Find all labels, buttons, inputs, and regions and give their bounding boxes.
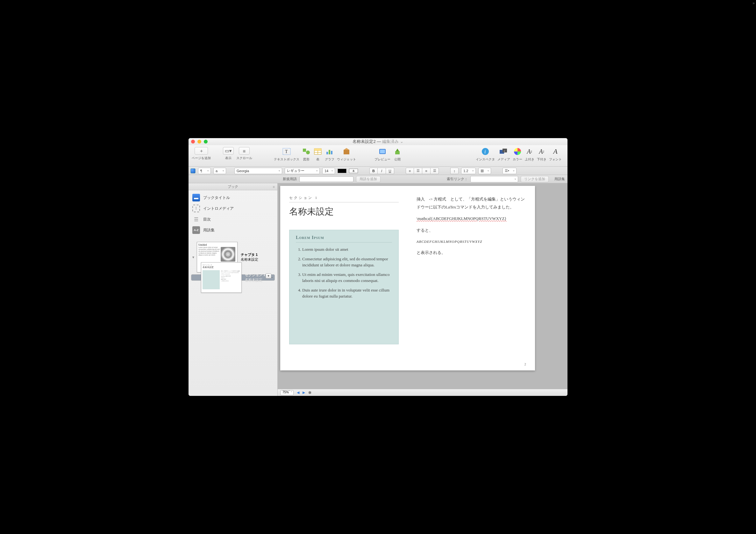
list-item: Consectetur adipisicing elit, sed do eiu… xyxy=(302,256,392,268)
page[interactable]: セクション 1 名称未設定 Lorem Ipsum Lorem ipsum do… xyxy=(280,186,535,370)
window-title: 名称未設定2 — 編集済み ⌄ xyxy=(189,139,567,144)
prev-page-icon[interactable]: ◀ xyxy=(297,391,299,394)
scroll-label: スクロール xyxy=(236,156,252,160)
add-link-button[interactable]: リンクを追加 xyxy=(521,176,549,182)
media-label: メディア xyxy=(498,157,510,162)
textbox-label: テキストボックス xyxy=(274,157,299,162)
zoom-icon[interactable] xyxy=(204,140,208,143)
gear-icon[interactable]: ✽ xyxy=(308,391,311,395)
align-center-button[interactable]: ☰ xyxy=(414,168,422,174)
widget-label: ウィジェット xyxy=(337,157,356,162)
format-bar: ¶ a Georgia レギュラー 14 a B I U ≡ ☰ ≡ ☰ ↕ 1… xyxy=(189,167,567,175)
svg-rect-8 xyxy=(314,149,321,150)
table-icon[interactable] xyxy=(313,147,322,156)
align-left-button[interactable]: ≡ xyxy=(406,168,414,174)
sidebar-item-label: イントロメディア xyxy=(203,206,234,211)
subscript-icon[interactable]: A1 xyxy=(537,147,546,156)
chart-label: グラフ xyxy=(325,157,335,162)
svg-rect-2 xyxy=(303,149,306,152)
color-icon[interactable] xyxy=(513,147,522,156)
sidebar-item-toc[interactable]: ☰ 目次 xyxy=(189,214,277,225)
font-family-select[interactable]: Georgia xyxy=(234,168,282,174)
zoom-select[interactable]: 75% xyxy=(280,390,294,395)
svg-rect-15 xyxy=(380,150,385,153)
next-page-icon[interactable]: ▶ xyxy=(303,391,305,394)
collapse-icon[interactable]: ▼ xyxy=(192,256,195,259)
underline-button[interactable]: U xyxy=(386,168,394,174)
add-page-button[interactable]: ＋ xyxy=(195,147,208,155)
svg-marker-13 xyxy=(344,148,349,150)
page-number: 2 xyxy=(525,362,526,366)
minimize-icon[interactable] xyxy=(198,140,201,143)
superscript-icon[interactable]: A1 xyxy=(525,147,534,156)
view-button[interactable]: ▭▾ xyxy=(223,147,234,155)
font-weight-select[interactable]: レギュラー xyxy=(285,168,320,174)
subscript-label: 下付き xyxy=(537,157,547,162)
paragraph-marks-toggle[interactable] xyxy=(190,168,196,173)
columns-select[interactable]: ▥ xyxy=(478,168,491,174)
new-term-input[interactable] xyxy=(299,176,354,182)
svg-text:i: i xyxy=(484,149,486,154)
sidebar-item-label: 用語集 xyxy=(203,228,215,233)
preview-label: プレビュー xyxy=(374,157,391,162)
text-color-swatch[interactable] xyxy=(338,169,346,173)
font-label: フォント xyxy=(549,157,562,162)
page-heading[interactable]: 名称未設定 xyxy=(289,206,399,218)
close-icon[interactable] xyxy=(191,140,195,143)
thumb-section-1[interactable]: 2 セクション 1 名称未設定 挿入 方程式 として 方程式を編集 というウィン… xyxy=(191,274,275,281)
sidebar-item-label: 目次 xyxy=(203,217,211,222)
svg-rect-11 xyxy=(331,151,333,154)
add-page-label: ページを追加 xyxy=(192,156,211,160)
shapes-label: 図形 xyxy=(303,157,310,162)
glossary-bar: 新規用語 用語を追加 索引リンク： リンクを追加 用語集 » xyxy=(189,175,567,183)
line-spacing-select[interactable]: 1.2 xyxy=(461,168,476,174)
callout-title: Lorem Ipsum xyxy=(296,235,392,242)
publish-icon[interactable] xyxy=(393,147,402,156)
toolbar: ＋ ページを追加 ▭▾ 表示 ≡ スクロール T テキストボックス 図形 表 xyxy=(189,145,567,167)
list-item: Ut enim ad minim veniam, quis exercitati… xyxy=(302,271,392,284)
align-justify-button[interactable]: ☰ xyxy=(431,168,439,174)
list-item: Lorem ipsum dolor sit amet xyxy=(302,246,392,253)
table-label: 表 xyxy=(316,157,319,162)
textbox-icon[interactable]: T xyxy=(282,147,291,156)
sidebar-item-label: ブックタイトル xyxy=(203,195,230,200)
body-text[interactable]: 挿入 -> 方程式 として、「方程式を編集」というウィンドウーに以下のLaTex… xyxy=(408,186,535,370)
sidebar-item-book-title[interactable]: ▬ ブックタイトル xyxy=(189,192,277,203)
sidebar: ブック ▬ ブックタイトル ⦙⦙ イントロメディア ☰ 目次 A-Z 用語集 xyxy=(189,183,278,396)
svg-text:♪: ♪ xyxy=(504,149,505,152)
glossary-icon: A-Z xyxy=(192,226,200,234)
scroll-button[interactable]: ≡ xyxy=(239,147,250,155)
bg-color-swatch[interactable]: a xyxy=(349,169,358,173)
shapes-icon[interactable] xyxy=(302,147,311,156)
text-style-select[interactable]: a xyxy=(213,168,226,174)
list-style-select[interactable]: ¶ xyxy=(198,168,211,174)
book-icon: ▬ xyxy=(192,194,200,201)
color-label: カラー xyxy=(513,157,522,162)
add-term-button[interactable]: 用語を追加 xyxy=(356,176,381,182)
app-window: 名称未設定2 — 編集済み ⌄ ＋ ページを追加 ▭▾ 表示 ≡ スクロール T… xyxy=(189,138,567,396)
canvas: セクション 1 名称未設定 Lorem Ipsum Lorem ipsum do… xyxy=(278,183,567,396)
font-icon[interactable]: A xyxy=(551,147,560,156)
svg-marker-17 xyxy=(396,149,399,151)
preview-icon[interactable] xyxy=(378,147,387,156)
list-item: Duis aute irure dolor in in voluptate ve… xyxy=(302,287,392,299)
dropdown-icon[interactable]: ▼ xyxy=(266,273,271,278)
index-link-select[interactable] xyxy=(470,176,518,182)
sidebar-item-glossary[interactable]: A-Z 用語集 xyxy=(189,225,277,236)
index-link-label: 索引リンク： xyxy=(447,177,468,181)
widget-icon[interactable] xyxy=(342,147,351,156)
line-spacing-icon[interactable]: ↕ xyxy=(450,168,459,174)
svg-point-3 xyxy=(306,150,310,154)
list-format-select[interactable]: ☰• xyxy=(502,168,517,174)
font-size-select[interactable]: 14 xyxy=(322,168,335,174)
italic-button[interactable]: I xyxy=(378,168,386,174)
chart-icon[interactable] xyxy=(325,147,334,156)
align-right-button[interactable]: ≡ xyxy=(422,168,431,174)
bold-button[interactable]: B xyxy=(369,168,378,174)
publish-label: 公開 xyxy=(394,157,401,162)
svg-text:T: T xyxy=(285,149,288,154)
callout-box[interactable]: Lorem Ipsum Lorem ipsum dolor sit amet C… xyxy=(289,230,399,344)
inspector-icon[interactable]: i xyxy=(481,147,490,156)
sidebar-item-intro-media[interactable]: ⦙⦙ イントロメディア xyxy=(189,203,277,214)
media-icon[interactable]: ♪ xyxy=(499,147,508,156)
